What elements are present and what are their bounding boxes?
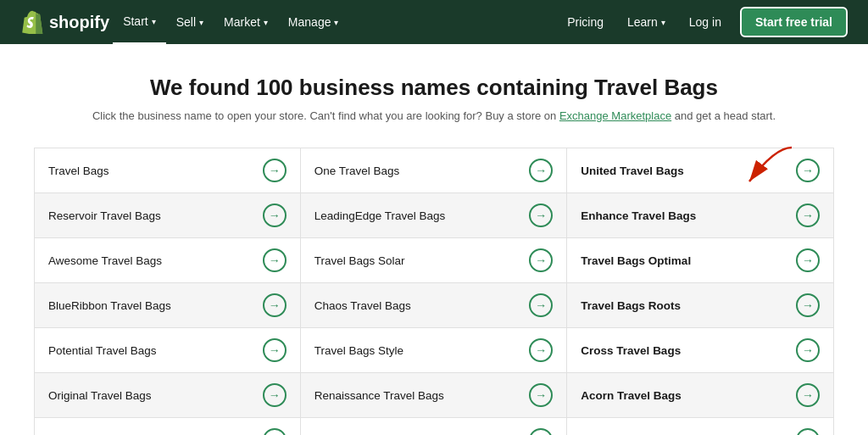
arrow-circle-icon: → [796, 293, 820, 317]
arrow-circle-icon: → [796, 428, 820, 435]
business-name: Travel Bags Style [314, 344, 403, 357]
business-name: Chaos Travel Bags [314, 299, 411, 312]
start-trial-button[interactable]: Start free trial [740, 7, 848, 37]
chevron-down-icon: ▾ [199, 18, 203, 27]
nav-learn[interactable]: Learn ▾ [617, 15, 676, 29]
arrow-circle-icon: → [263, 204, 287, 227]
nav-login[interactable]: Log in [679, 15, 732, 29]
name-item[interactable]: Awesome Travel Bags → [34, 238, 301, 283]
shopify-logo-icon [20, 10, 44, 34]
arrow-circle-icon: → [796, 248, 820, 272]
arrow-circle-icon: → [263, 428, 287, 435]
arrow-circle-icon: → [529, 248, 553, 272]
arrow-circle-icon: → [263, 338, 287, 362]
business-name: Travel Bags Optimal [581, 254, 691, 267]
arrow-circle-icon: → [796, 159, 820, 182]
column-3: United Travel Bags → Enhance Travel Bags… [567, 148, 834, 435]
nav-item-market[interactable]: Market ▾ [214, 0, 278, 44]
nav-item-sell[interactable]: Sell ▾ [166, 0, 214, 44]
name-item[interactable]: LeadingEdge Travel Bags → [301, 193, 568, 238]
arrow-circle-icon: → [263, 248, 287, 272]
brand-name: shopify [49, 13, 109, 32]
nav-item-start[interactable]: Start ▾ [113, 0, 166, 44]
business-name: Travel Bags Roots [581, 299, 681, 312]
name-item[interactable]: BayArea Travel Bags → [567, 418, 834, 435]
chevron-down-icon: ▾ [661, 18, 665, 27]
arrow-circle-icon: → [529, 159, 553, 182]
name-item[interactable]: Travel Bags pedia → [34, 418, 301, 435]
name-item[interactable]: Reservoir Travel Bags → [34, 193, 301, 238]
subtext-before: Click the business name to open your sto… [92, 109, 559, 122]
page-subtext: Click the business name to open your sto… [34, 109, 834, 122]
arrow-circle-icon: → [263, 159, 287, 182]
names-grid-wrapper: Travel Bags → Reservoir Travel Bags → Aw… [34, 148, 834, 435]
name-item[interactable]: BlueRibbon Travel Bags → [34, 283, 301, 328]
navbar: shopify Start ▾ Sell ▾ Market ▾ Manage ▾… [0, 0, 868, 44]
business-name: Renaissance Travel Bags [314, 389, 444, 402]
arrow-circle-icon: → [529, 428, 553, 435]
name-item[interactable]: Cross Travel Bags → [567, 328, 834, 373]
brand-logo[interactable]: shopify [20, 10, 109, 34]
chevron-down-icon: ▾ [152, 17, 156, 26]
business-name: Acorn Travel Bags [581, 389, 682, 402]
exchange-marketplace-link[interactable]: Exchange Marketplace [559, 109, 671, 122]
name-item[interactable]: Travel Bags Solar → [301, 238, 568, 283]
business-name: United Travel Bags [581, 165, 684, 177]
name-item[interactable]: United Travel Bags → [567, 148, 834, 193]
business-name: Cross Travel Bags [581, 344, 681, 357]
main-content: We found 100 business names containing T… [0, 44, 868, 435]
business-name: Awesome Travel Bags [48, 254, 162, 267]
arrow-circle-icon: → [796, 338, 820, 362]
name-item[interactable]: Enhance Travel Bags → [567, 193, 834, 238]
name-item[interactable]: Renaissance Travel Bags → [301, 373, 568, 418]
name-item[interactable]: Travel Bags → [34, 148, 301, 193]
chevron-down-icon: ▾ [334, 18, 338, 27]
column-1: Travel Bags → Reservoir Travel Bags → Aw… [34, 148, 301, 435]
business-name: BlueRibbon Travel Bags [48, 299, 171, 312]
subtext-after: and get a head start. [671, 109, 776, 122]
name-item[interactable]: Acorn Travel Bags → [567, 373, 834, 418]
name-item[interactable]: Travel Bags Roots → [567, 283, 834, 328]
arrow-circle-icon: → [529, 383, 553, 407]
business-name: Travel Bags [48, 165, 109, 177]
names-grid: Travel Bags → Reservoir Travel Bags → Aw… [34, 148, 834, 435]
page-heading: We found 100 business names containing T… [34, 75, 834, 101]
name-item[interactable]: Travel Bags Optimal → [567, 238, 834, 283]
nav-links: Start ▾ Sell ▾ Market ▾ Manage ▾ [113, 0, 557, 44]
name-item[interactable]: Chaos Travel Bags → [301, 283, 568, 328]
arrow-circle-icon: → [796, 383, 820, 407]
arrow-circle-icon: → [263, 293, 287, 317]
name-item[interactable]: Potential Travel Bags → [34, 328, 301, 373]
nav-item-manage[interactable]: Manage ▾ [278, 0, 349, 44]
nav-right: Pricing Learn ▾ Log in Start free trial [557, 7, 848, 37]
business-name: Reservoir Travel Bags [48, 209, 161, 222]
column-2: One Travel Bags → LeadingEdge Travel Bag… [301, 148, 568, 435]
arrow-circle-icon: → [796, 204, 820, 227]
arrow-circle-icon: → [529, 338, 553, 362]
chevron-down-icon: ▾ [264, 18, 268, 27]
name-item[interactable]: Original Travel Bags → [34, 373, 301, 418]
business-name: Original Travel Bags [48, 389, 152, 402]
name-item[interactable]: Travel Bags Style → [301, 328, 568, 373]
name-item[interactable]: Swipe Travel Bags → [301, 418, 568, 435]
name-item[interactable]: One Travel Bags → [301, 148, 568, 193]
business-name: One Travel Bags [314, 165, 400, 177]
business-name: Potential Travel Bags [48, 344, 157, 357]
arrow-circle-icon: → [529, 293, 553, 317]
nav-pricing[interactable]: Pricing [557, 15, 614, 29]
business-name: LeadingEdge Travel Bags [314, 209, 446, 222]
arrow-circle-icon: → [529, 204, 553, 227]
business-name: Enhance Travel Bags [581, 209, 696, 222]
business-name: Travel Bags Solar [314, 254, 405, 267]
arrow-circle-icon: → [263, 383, 287, 407]
